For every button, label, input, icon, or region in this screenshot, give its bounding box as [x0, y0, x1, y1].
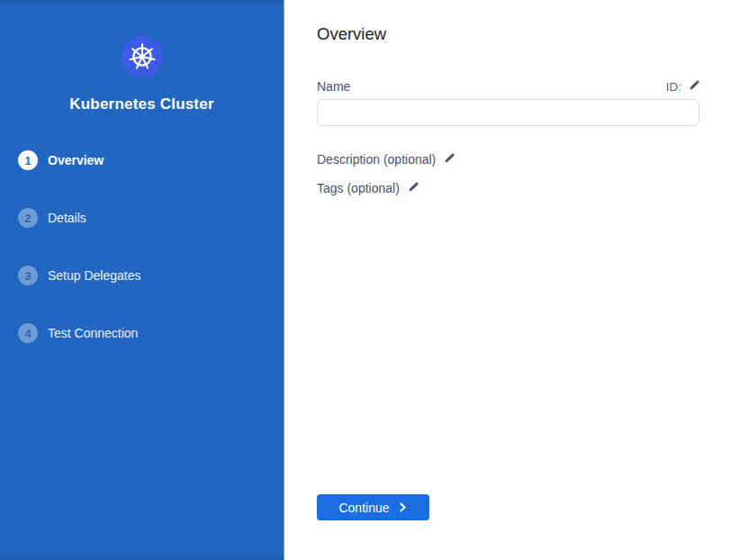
step-label: Details — [48, 211, 86, 225]
name-field-header: Name ID: — [317, 79, 700, 94]
page-title: Overview — [317, 24, 700, 44]
step-number-badge: 3 — [18, 266, 38, 285]
tags-label: Tags (optional) — [317, 181, 400, 195]
wizard-title: Kubernetes Cluster — [0, 95, 284, 113]
step-test-connection[interactable]: 4 Test Connection — [18, 323, 284, 343]
step-label: Overview — [48, 153, 104, 167]
edit-pencil-icon — [444, 152, 455, 167]
edit-description-button[interactable] — [444, 152, 455, 167]
id-edit-group: ID: — [666, 79, 700, 94]
description-field: Description (optional) — [317, 152, 700, 167]
name-input[interactable] — [317, 99, 699, 126]
edit-pencil-icon — [689, 79, 700, 94]
kubernetes-helm-icon — [121, 34, 164, 81]
continue-button[interactable]: Continue — [317, 494, 429, 520]
tags-field: Tags (optional) — [317, 181, 700, 195]
connector-logo — [0, 34, 284, 81]
description-label: Description (optional) — [317, 152, 436, 167]
id-label: ID: — [666, 80, 681, 94]
edit-pencil-icon — [408, 181, 419, 195]
edit-tags-button[interactable] — [408, 181, 419, 195]
step-label: Test Connection — [48, 326, 138, 340]
wizard-sidebar: Kubernetes Cluster 1 Overview 2 Details … — [0, 0, 284, 560]
chevron-right-icon — [398, 501, 408, 515]
step-overview[interactable]: 1 Overview — [18, 150, 284, 170]
continue-button-label: Continue — [338, 501, 389, 515]
connector-wizard-window: Kubernetes Cluster 1 Overview 2 Details … — [0, 0, 730, 560]
step-number-badge: 2 — [18, 208, 38, 228]
step-number-badge: 1 — [18, 150, 38, 170]
name-label: Name — [317, 79, 350, 94]
content-spacer — [317, 195, 700, 494]
overview-step-panel: Overview Name ID: Description (optional) — [284, 0, 730, 560]
step-number-badge: 4 — [18, 323, 38, 343]
step-setup-delegates[interactable]: 3 Setup Delegates — [18, 266, 284, 285]
step-label: Setup Delegates — [48, 268, 141, 283]
wizard-steps: 1 Overview 2 Details 3 Setup Delegates 4… — [0, 150, 284, 343]
step-details[interactable]: 2 Details — [18, 208, 284, 228]
edit-id-button[interactable] — [689, 79, 700, 94]
